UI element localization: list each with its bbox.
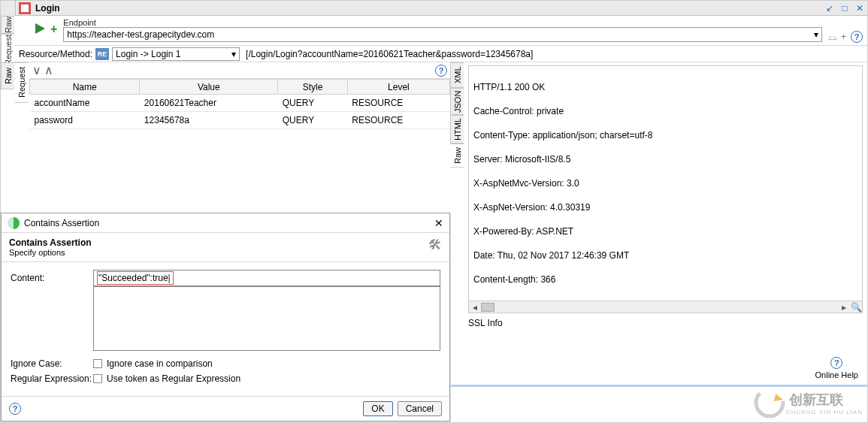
col-name[interactable]: Name — [30, 80, 140, 95]
tab-raw-outer[interactable]: Raw — [1, 16, 14, 34]
svg-point-1 — [756, 389, 783, 416]
response-area[interactable]: HTTP/1.1 200 OK Cache-Control: private C… — [468, 65, 863, 313]
close-icon[interactable]: ✕ — [434, 217, 443, 229]
zoom-icon[interactable]: 🔍 — [850, 301, 862, 313]
assertion-icon — [8, 217, 20, 229]
regex-text: Use token as Regular Expression — [107, 373, 240, 384]
scroll-left-icon[interactable]: ◂ — [469, 301, 481, 313]
help-icon[interactable]: ? — [435, 65, 447, 77]
horizontal-scrollbar[interactable]: ◂ ▸ 🔍 — [469, 301, 862, 313]
svg-marker-2 — [774, 394, 783, 401]
hdr-line: Server: Microsoft-IIS/8.5 — [473, 153, 857, 165]
contains-assertion-dialog: Contains Assertion ✕ Contains Assertion … — [1, 213, 450, 421]
endpoint-row: Raw Request + Endpoint https://teacher-t… — [1, 16, 867, 46]
close-window-icon[interactable]: ✕ — [854, 2, 866, 14]
chevron-down-icon[interactable]: ▾ — [814, 29, 818, 40]
content-value: "Succeeded":true — [98, 273, 168, 283]
endpoint-label: Endpoint — [63, 18, 822, 27]
content-input[interactable]: "Succeeded":true — [93, 270, 440, 286]
help-icon[interactable]: ? — [830, 357, 842, 369]
left-gutter — [1, 1, 16, 16]
brand-logo-icon — [753, 386, 786, 419]
regex-checkbox[interactable] — [93, 374, 102, 383]
response-headers: HTTP/1.1 200 OK Cache-Control: private C… — [473, 69, 857, 298]
minimize-window-icon[interactable]: ↙ — [824, 2, 836, 14]
regex-label: Regular Expression: — [11, 373, 93, 384]
hdr-line: X-AspNet-Version: 4.0.30319 — [473, 201, 857, 213]
col-style[interactable]: Style — [278, 80, 348, 95]
online-help[interactable]: ? Online Help — [815, 357, 858, 379]
content-textarea[interactable] — [93, 286, 440, 351]
ignore-case-label: Ignore Case: — [11, 358, 93, 369]
cell[interactable]: accountName — [30, 95, 140, 112]
dialog-sub: Specify options — [9, 248, 92, 257]
tab-left-request[interactable]: Request — [14, 62, 28, 103]
cell[interactable]: 20160621Teacher — [140, 95, 278, 112]
cell[interactable]: password — [30, 112, 140, 129]
add-button[interactable]: + — [50, 23, 57, 36]
params-toolbar: ∨ ∧ ? — [29, 62, 450, 79]
cell[interactable]: RESOURCE — [347, 95, 449, 112]
col-level[interactable]: Level — [347, 80, 449, 95]
brand-cn: 创新互联 — [789, 391, 863, 409]
table-row[interactable]: password 12345678a QUERY RESOURCE — [30, 112, 450, 129]
cancel-button[interactable]: Cancel — [398, 401, 442, 416]
plus-icon[interactable]: + — [841, 32, 846, 42]
hdr-line: X-AspNetMvc-Version: 3.0 — [473, 177, 857, 189]
ignore-case-checkbox[interactable] — [93, 359, 102, 368]
hdr-line: Content-Type: application/json; charset=… — [473, 129, 857, 141]
online-help-label: Online Help — [815, 370, 858, 379]
window-titlebar: Login ↙ □ ✕ — [1, 1, 867, 16]
scroll-thumb[interactable] — [481, 303, 494, 312]
tab-left-raw[interactable]: Raw — [1, 62, 14, 89]
cell[interactable]: 12345678a — [140, 112, 278, 129]
parameters-table: Name Value Style Level accountName 20160… — [29, 79, 450, 129]
wrench-icon[interactable]: 🛠 — [428, 237, 442, 253]
tab-json[interactable]: JSON — [450, 88, 464, 115]
dialog-title: Contains Assertion — [24, 218, 99, 228]
ok-button[interactable]: OK — [363, 401, 392, 416]
endpoint-value: https://teacher-test.grapecitydev.com — [67, 29, 214, 40]
tab-html[interactable]: HTML — [450, 115, 464, 144]
chevron-down-icon[interactable]: ▾ — [231, 49, 236, 59]
tab-raw[interactable]: Raw — [450, 144, 464, 168]
resource-row: Resource/Method: RE Login -> Login 1 ▾ [… — [1, 46, 867, 62]
table-row[interactable]: accountName 20160621Teacher QUERY RESOUR… — [30, 95, 450, 112]
svg-marker-0 — [35, 23, 45, 34]
resource-selected: Login -> Login 1 — [116, 49, 180, 59]
hdr-line: Date: Thu, 02 Nov 2017 12:46:39 GMT — [473, 249, 857, 261]
filter-icon[interactable]: ⌓ — [828, 30, 836, 43]
rest-request-icon — [19, 2, 31, 14]
endpoint-field[interactable]: https://teacher-test.grapecitydev.com ▾ — [63, 27, 822, 42]
cell[interactable]: QUERY — [278, 112, 348, 129]
hdr-line: Content-Length: 366 — [473, 273, 857, 286]
resource-path: [/Login/Login?accountName=20160621Teache… — [246, 49, 533, 59]
cell[interactable]: QUERY — [278, 95, 348, 112]
ignore-case-text: Ignore case in comparison — [107, 358, 213, 369]
tab-xml[interactable]: XML — [450, 62, 464, 88]
tab-request-outer[interactable]: Request — [1, 34, 14, 66]
col-value[interactable]: Value — [140, 80, 278, 95]
cell[interactable]: RESOURCE — [347, 112, 449, 129]
hdr-line: Cache-Control: private — [473, 105, 857, 117]
run-button[interactable] — [34, 23, 47, 36]
dialog-header: Contains Assertion — [9, 237, 92, 248]
ssl-info-label[interactable]: SSL Info — [468, 318, 860, 328]
rest-method-icon: RE — [95, 48, 109, 60]
collapse-left-icon[interactable]: ∨ — [32, 63, 41, 77]
window-title: Login — [35, 3, 60, 14]
resource-label: Resource/Method: — [19, 49, 92, 59]
content-label: Content: — [11, 273, 93, 283]
brand-py: CHUANG XIN HU LIAN — [786, 409, 863, 415]
maximize-window-icon[interactable]: □ — [839, 2, 851, 14]
help-icon[interactable]: ? — [851, 31, 863, 43]
collapse-right-icon[interactable]: ∧ — [44, 63, 53, 77]
resource-dropdown[interactable]: Login -> Login 1 ▾ — [112, 47, 240, 61]
scroll-right-icon[interactable]: ▸ — [838, 301, 850, 313]
hdr-line: X-Powered-By: ASP.NET — [473, 225, 857, 237]
hdr-line: HTTP/1.1 200 OK — [473, 81, 857, 93]
help-icon[interactable]: ? — [9, 403, 21, 415]
brand-watermark: 创新互联 CHUANG XIN HU LIAN — [753, 383, 863, 422]
